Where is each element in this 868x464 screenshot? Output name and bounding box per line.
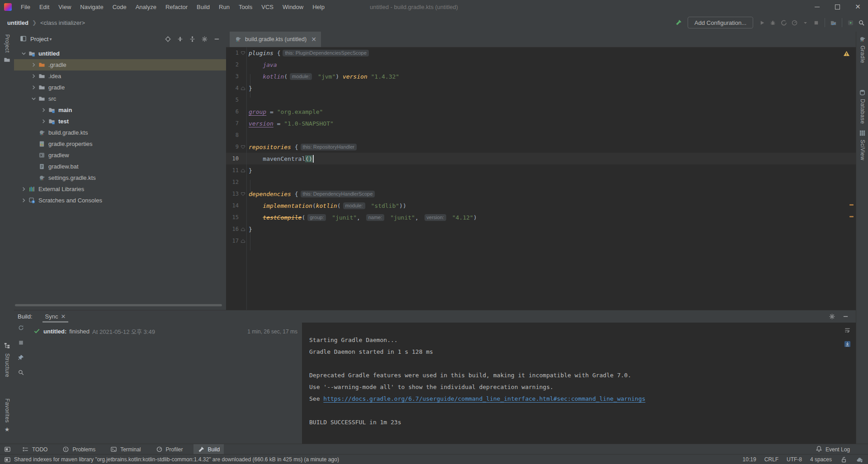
fold-open-icon[interactable] xyxy=(240,144,246,150)
stop-icon[interactable] xyxy=(812,19,820,27)
chevron-right-icon[interactable] xyxy=(39,118,48,125)
menu-view[interactable]: View xyxy=(54,0,75,14)
build-hammer-icon[interactable] xyxy=(675,19,683,26)
tool-button-profiler[interactable]: Profiler xyxy=(151,444,187,455)
chevron-down-icon[interactable] xyxy=(19,50,28,57)
tool-tab-sciview[interactable]: SciView xyxy=(856,129,868,160)
menu-vcs[interactable]: VCS xyxy=(257,0,278,14)
fold-close-icon[interactable] xyxy=(240,226,246,232)
tree-item-build-gradle-kts[interactable]: build.gradle.kts xyxy=(14,127,226,138)
tree-item-gradle[interactable]: gradle xyxy=(14,82,226,93)
status-message[interactable]: Shared indexes for maven library "org.je… xyxy=(14,456,339,463)
sync-settings-cloud-icon[interactable] xyxy=(856,456,863,464)
chevron-down-icon[interactable] xyxy=(29,95,38,102)
console-link[interactable]: https://docs.gradle.org/6.7/userguide/co… xyxy=(323,395,645,402)
indent-setting[interactable]: 4 spaces xyxy=(810,456,832,463)
tool-button-todo[interactable]: TODO xyxy=(18,444,52,455)
chevron-right-icon[interactable] xyxy=(29,84,38,91)
run-icon[interactable] xyxy=(758,19,766,27)
pin-icon[interactable] xyxy=(17,354,25,361)
lock-open-icon[interactable] xyxy=(840,456,848,464)
collapse-all-icon[interactable] xyxy=(189,35,196,43)
tool-button-build[interactable]: Build xyxy=(193,444,224,455)
debug-icon[interactable] xyxy=(769,19,777,27)
breadcrumb-class-initializer[interactable]: <class initializer> xyxy=(40,19,85,26)
chevron-right-icon[interactable] xyxy=(19,197,28,204)
menu-navigate[interactable]: Navigate xyxy=(75,0,108,14)
close-button[interactable]: ✕ xyxy=(848,0,868,14)
soft-wrap-icon[interactable] xyxy=(844,326,851,334)
profile-icon[interactable] xyxy=(791,19,798,27)
file-encoding[interactable]: UTF-8 xyxy=(787,456,802,463)
add-configuration-button[interactable]: Add Configuration... xyxy=(688,17,753,28)
menu-code[interactable]: Code xyxy=(108,0,131,14)
run-anything-icon[interactable] xyxy=(847,19,854,27)
line-separator[interactable]: CRLF xyxy=(764,456,778,463)
maximize-button[interactable] xyxy=(827,0,848,14)
chevron-right-icon[interactable] xyxy=(29,73,38,80)
code-editor-surface[interactable]: 1plugins {this: PluginDependenciesSpecSc… xyxy=(226,47,856,310)
build-tab-sync[interactable]: Sync ✕ xyxy=(43,310,68,323)
tree-item-gradle-properties[interactable]: gradle.properties xyxy=(14,138,226,150)
fold-open-icon[interactable] xyxy=(240,50,246,56)
tree-item-untitled[interactable]: untitled xyxy=(14,48,226,59)
fold-open-icon[interactable] xyxy=(240,191,246,197)
tool-tab-project[interactable]: Project xyxy=(0,34,14,65)
menu-file[interactable]: File xyxy=(16,0,35,14)
menu-run[interactable]: Run xyxy=(214,0,234,14)
run-options-caret-icon[interactable] xyxy=(802,19,809,27)
warning-stripe-mark[interactable] xyxy=(849,204,854,206)
chevron-right-icon[interactable] xyxy=(39,107,48,113)
tree-item-test[interactable]: test xyxy=(14,116,226,127)
fold-close-icon[interactable] xyxy=(240,238,246,244)
menu-refactor[interactable]: Refactor xyxy=(161,0,192,14)
tree-item-settings-gradle-kts[interactable]: settings.gradle.kts xyxy=(14,172,226,183)
expand-all-icon[interactable] xyxy=(176,35,184,43)
menu-edit[interactable]: Edit xyxy=(35,0,54,14)
menu-help[interactable]: Help xyxy=(308,0,329,14)
warning-stripe-mark[interactable] xyxy=(849,216,854,217)
menu-analyze[interactable]: Analyze xyxy=(131,0,161,14)
caret-down-icon[interactable]: ▾ xyxy=(49,37,52,42)
search-everywhere-icon[interactable] xyxy=(858,19,865,27)
fold-close-icon[interactable] xyxy=(240,168,246,173)
tree-item--idea[interactable]: .idea xyxy=(14,70,226,82)
tool-button-terminal[interactable]: Terminal xyxy=(106,444,145,455)
tool-tab-database[interactable]: Database xyxy=(856,89,868,124)
horizontal-scrollbar[interactable] xyxy=(15,304,222,306)
tool-tab-structure[interactable]: Structure xyxy=(0,342,14,377)
tree-item-external-libraries[interactable]: External Libraries xyxy=(14,183,226,195)
tool-tab-favorites[interactable]: Favorites ★ xyxy=(0,398,14,433)
hide-panel-icon[interactable] xyxy=(842,313,849,320)
warning-triangle-icon[interactable] xyxy=(843,50,850,57)
minimize-button[interactable] xyxy=(807,0,827,14)
locate-file-icon[interactable] xyxy=(164,35,172,43)
scroll-end-icon[interactable] xyxy=(844,340,851,348)
editor-tab-build-gradle[interactable]: build.gradle.kts (untitled) ✕ xyxy=(230,32,321,47)
settings-icon[interactable] xyxy=(201,35,208,43)
re-sync-icon[interactable] xyxy=(17,324,25,332)
build-status-row[interactable]: untitled: finished At 2021-05-12 오후 3:49… xyxy=(28,327,302,336)
caret-position[interactable]: 10:19 xyxy=(743,456,756,463)
hide-panel-icon[interactable] xyxy=(213,35,221,43)
tree-item-src[interactable]: src xyxy=(14,93,226,104)
tree-item--gradle[interactable]: .gradle xyxy=(14,59,226,70)
chevron-right-icon[interactable] xyxy=(19,186,28,192)
tool-window-quick-access-icon[interactable] xyxy=(4,445,11,453)
menu-build[interactable]: Build xyxy=(192,0,214,14)
tree-item-gradlew[interactable]: gradlew xyxy=(14,150,226,161)
chevron-right-icon[interactable] xyxy=(29,61,38,68)
breadcrumb-root[interactable]: untitled xyxy=(7,19,28,26)
run-with-coverage-icon[interactable] xyxy=(780,19,788,27)
warning-triangle-icon[interactable] xyxy=(843,50,850,58)
tree-item-gradlew-bat[interactable]: gradlew.bat xyxy=(14,161,226,172)
project-panel-title[interactable]: Project xyxy=(30,36,48,42)
settings-icon[interactable] xyxy=(828,313,836,320)
close-tab-icon[interactable]: ✕ xyxy=(61,313,66,320)
tree-item-main[interactable]: main xyxy=(14,104,226,116)
menu-tools[interactable]: Tools xyxy=(234,0,257,14)
tool-tab-gradle[interactable]: Gradle xyxy=(856,35,868,63)
fold-close-icon[interactable] xyxy=(240,85,246,91)
event-log-button[interactable]: Event Log xyxy=(815,445,850,454)
menu-window[interactable]: Window xyxy=(278,0,308,14)
